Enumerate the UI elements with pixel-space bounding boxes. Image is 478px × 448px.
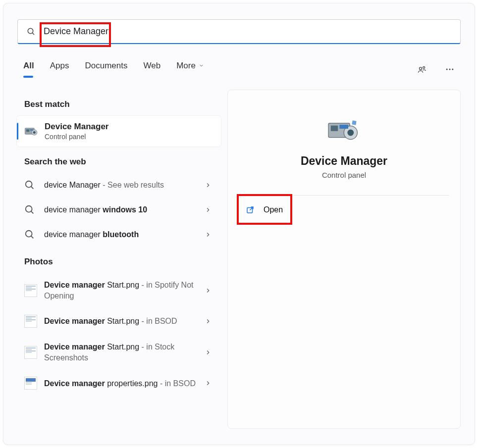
svg-line-1 xyxy=(32,33,34,35)
tab-label: Apps xyxy=(50,61,69,71)
open-button[interactable]: Open xyxy=(228,196,460,224)
image-thumbnail-icon xyxy=(24,377,37,390)
tab-more[interactable]: More xyxy=(176,61,204,78)
svg-point-3 xyxy=(423,66,425,68)
photo-result[interactable]: Device manager Start.png - in Spotify No… xyxy=(15,273,222,308)
chevron-right-icon xyxy=(205,287,212,294)
photo-result-text: Device manager Start.png - in BSOD xyxy=(44,316,213,327)
search-icon xyxy=(24,229,35,240)
svg-point-4 xyxy=(446,69,448,70)
chevron-right-icon xyxy=(205,380,212,387)
web-result-text: device manager bluetooth xyxy=(44,229,213,240)
search-icon xyxy=(27,27,36,36)
best-match-header: Best match xyxy=(15,90,222,115)
photo-result-text: Device manager Start.png - in Spotify No… xyxy=(44,280,213,301)
device-manager-icon xyxy=(24,124,39,139)
chevron-right-icon xyxy=(205,182,212,189)
image-thumbnail-icon xyxy=(24,315,37,328)
svg-point-12 xyxy=(26,181,32,188)
preview-title: Device Manager xyxy=(301,154,387,168)
results-pane: Best match Device Manager Control panel … xyxy=(15,90,222,435)
svg-line-13 xyxy=(31,187,34,189)
svg-point-5 xyxy=(449,69,451,70)
more-options-icon[interactable] xyxy=(445,64,455,74)
device-manager-icon xyxy=(325,113,364,145)
image-thumbnail-icon xyxy=(24,346,37,359)
search-icon xyxy=(24,180,35,191)
photo-result-text: Device manager Start.png - in Stock Scre… xyxy=(44,342,213,363)
web-result[interactable]: device manager bluetooth xyxy=(15,222,222,247)
best-match-subtitle: Control panel xyxy=(45,133,108,141)
web-result-text: device Manager - See web results xyxy=(44,180,213,191)
svg-rect-23 xyxy=(352,120,356,125)
svg-rect-22 xyxy=(339,125,348,129)
best-match-result[interactable]: Device Manager Control panel xyxy=(16,115,221,147)
web-result[interactable]: device Manager - See web results xyxy=(15,173,222,198)
open-label: Open xyxy=(264,205,283,214)
tab-documents[interactable]: Documents xyxy=(85,61,127,78)
tab-web[interactable]: Web xyxy=(143,61,160,78)
svg-line-15 xyxy=(31,211,34,214)
search-input[interactable] xyxy=(44,26,451,37)
photo-result[interactable]: Device manager Start.png - in Stock Scre… xyxy=(15,335,222,370)
preview-subtitle: Control panel xyxy=(322,171,366,179)
chevron-right-icon xyxy=(205,349,212,356)
search-bar[interactable] xyxy=(17,19,461,44)
web-result[interactable]: device manager windows 10 xyxy=(15,198,222,222)
tab-apps[interactable]: Apps xyxy=(50,61,69,78)
svg-point-10 xyxy=(33,131,36,134)
search-window: All Apps Documents Web More Best match D… xyxy=(3,3,475,445)
tab-label: More xyxy=(176,61,196,71)
svg-rect-8 xyxy=(26,129,29,132)
tab-label: All xyxy=(23,61,34,71)
svg-rect-11 xyxy=(30,129,33,131)
svg-point-16 xyxy=(26,231,32,237)
best-match-title: Device Manager xyxy=(45,122,108,132)
tab-label: Documents xyxy=(85,61,127,71)
photo-result-text: Device manager properties.png - in BSOD xyxy=(44,378,213,389)
chevron-right-icon xyxy=(205,206,212,213)
people-icon[interactable] xyxy=(417,64,427,74)
svg-point-14 xyxy=(26,206,32,212)
preview-pane: Device Manager Control panel Open xyxy=(227,90,461,429)
tab-label: Web xyxy=(143,61,160,71)
web-header: Search the web xyxy=(15,147,222,173)
chevron-down-icon xyxy=(199,61,204,71)
svg-line-17 xyxy=(31,236,34,239)
chevron-right-icon xyxy=(205,318,212,325)
filter-tabs: All Apps Documents Web More xyxy=(23,61,461,78)
svg-point-21 xyxy=(347,130,354,136)
svg-point-0 xyxy=(28,28,33,34)
photo-result[interactable]: Device manager Start.png - in BSOD xyxy=(15,308,222,335)
web-result-text: device manager windows 10 xyxy=(44,204,213,215)
chevron-right-icon xyxy=(205,231,212,238)
photo-result[interactable]: Device manager properties.png - in BSOD xyxy=(15,370,222,397)
best-match-text: Device Manager Control panel xyxy=(45,122,108,141)
search-icon xyxy=(24,204,35,215)
svg-point-6 xyxy=(452,69,453,70)
photos-header: Photos xyxy=(15,247,222,273)
svg-rect-19 xyxy=(330,126,337,131)
open-external-icon xyxy=(246,205,255,214)
svg-point-2 xyxy=(420,67,422,70)
tab-all[interactable]: All xyxy=(23,61,34,78)
preview-header: Device Manager Control panel xyxy=(228,90,460,179)
image-thumbnail-icon xyxy=(24,284,37,297)
